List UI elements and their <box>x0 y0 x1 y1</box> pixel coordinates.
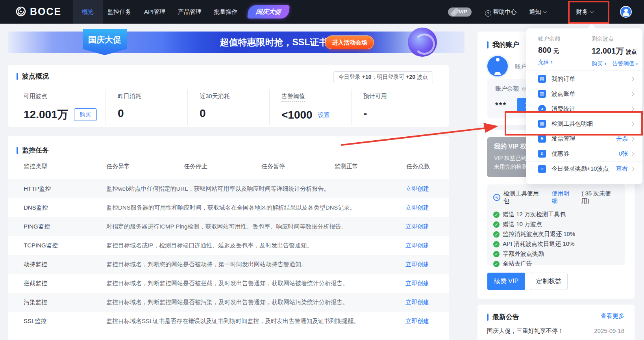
badge-text: 波点 <box>415 74 428 80</box>
nav-promo-badge[interactable]: 国庆大促 <box>247 5 290 19</box>
custom-benefits-button[interactable]: 定制权益 <box>530 273 568 290</box>
tasks-table-body: HTTP监控 监控web站点中任何指定的URL，获取网站可用率以及响应时间等详细… <box>8 179 449 331</box>
balance-label: 账户余额 <box>538 35 560 43</box>
account-title: 我的账户 <box>492 40 519 49</box>
stat-available-points: 可用波点 12.001万购买 <box>24 89 105 125</box>
finance-label: 财务 <box>576 8 588 15</box>
help-label: 帮助中心 <box>493 8 517 15</box>
tasks-table-header: 监控类型 任务异常 任务停止 任务暂停 监测正常 任务总数 <box>8 163 449 172</box>
menu-item[interactable]: 检测工具包明细 <box>526 116 642 131</box>
points-value: 12.001万 <box>592 46 624 55</box>
chevron-right-icon <box>631 107 635 111</box>
create-now-link[interactable]: 立即创建 <box>386 299 449 306</box>
stat-label: 昨日消耗 <box>118 93 187 100</box>
check-icon: ✓ <box>493 212 500 218</box>
create-now-link[interactable]: 立即创建 <box>386 204 449 212</box>
menu-item[interactable]: 消费统计 <box>526 101 642 116</box>
balance-unit: 元 <box>553 48 559 54</box>
check-icon: ✓ <box>493 221 500 228</box>
account-avatar[interactable] <box>487 56 508 76</box>
chevron-down-icon <box>543 9 547 13</box>
create-now-link[interactable]: 立即创建 <box>386 242 449 249</box>
benefit-text: 全站去广告 <box>503 260 532 268</box>
nav-finance[interactable]: 财务 <box>573 0 596 24</box>
promo-banner[interactable]: 超值特惠限时抢，SSL证书 3折起！ 国庆大促 进入活动会场 <box>8 32 464 53</box>
stat-yesterday-usage: 昨日消耗 0 <box>105 89 187 125</box>
buy-points-button[interactable]: 购买 <box>74 108 97 121</box>
task-description: 监控web站点中任何指定的URL，获取网站可用率以及响应时间等详细统计分析报告。 <box>106 185 386 193</box>
create-now-link[interactable]: 立即创建 <box>386 261 449 268</box>
table-row: DNS监控 监控DNS服务器的可用性和响应时间，获取域名在全国各地区的解析结果以… <box>8 198 449 217</box>
nav-tab-api[interactable]: API管理 <box>142 0 168 24</box>
menu-item-label: 检测工具包明细 <box>551 120 628 128</box>
overview-stats: 可用波点 12.001万购买 昨日消耗 0 近30天消耗 0 告警阈值 <100… <box>24 89 433 125</box>
chevron-right-icon <box>631 77 635 81</box>
toolkit-benefits-box: ∿ 检测工具使用包 使用明细 ( 35 次未使用) ✓ 赠送 12 万次检测工具… <box>487 184 625 265</box>
buy-points-link[interactable]: 购买 › <box>592 60 606 67</box>
notice-label: 通知 <box>529 8 541 15</box>
table-row: 劫持监控 监控目标域名，判断您的网站是否被劫持，第一时间发出网站劫持告警通知。 … <box>8 255 449 274</box>
menu-item[interactable]: 发票管理 开票 <box>526 131 642 146</box>
person-icon <box>487 56 508 76</box>
nav-notice[interactable]: 通知 <box>526 0 550 24</box>
benefit-text: 赠送 12 万次检测工具包 <box>503 211 566 218</box>
alert-threshold-link[interactable]: 告警阈值 › <box>613 60 638 67</box>
recharge-link[interactable]: 充值 › <box>538 59 553 66</box>
benefit-list: ✓ 赠送 12 万次检测工具包 ✓ 赠送 10 万波点 ✓ 监控消耗波点次日返还… <box>493 210 619 269</box>
headline-pre: 超值特惠限时抢，SSL证书 <box>220 37 331 47</box>
usage-detail-link[interactable]: 使用明细 <box>552 190 576 205</box>
menu-item-label: 今日登录奖励+10波点 <box>551 165 616 173</box>
benefit-text: API 消耗波点次日返还 10% <box>503 240 575 248</box>
menu-item[interactable]: 我的订单 <box>526 71 642 86</box>
dropdown-menu: 我的订单 波点账单 消费统计 <box>526 70 642 176</box>
renew-vip-button[interactable]: 续费 VIP <box>487 273 525 290</box>
vip-badge[interactable]: VIP <box>448 7 472 17</box>
view-more-link[interactable]: 查看更多 <box>601 312 624 320</box>
menu-item-label: 消费统计 <box>551 105 628 113</box>
chevron-right-icon <box>631 92 635 96</box>
banner-cta-button[interactable]: 进入活动会场 <box>325 35 374 49</box>
create-now-link[interactable]: 立即创建 <box>386 185 449 193</box>
title-accent-bar <box>487 314 489 321</box>
nav-tab-monitor-tasks[interactable]: 监控任务 <box>105 0 133 24</box>
task-type: DNS监控 <box>24 204 106 212</box>
menu-item[interactable]: 波点账单 <box>526 86 642 101</box>
points-overview-card: 波点概况 今日登录 +10，明日登录可 +20 波点 可用波点 12.001万购… <box>8 65 449 127</box>
logo-text: BOCE <box>30 6 61 17</box>
stat-value: 12.001万 <box>24 107 68 122</box>
chevron-down-icon <box>590 9 594 13</box>
badge-plus20: +20 <box>406 74 415 80</box>
nav-tab-overview[interactable]: 概览 <box>73 0 103 24</box>
create-now-link[interactable]: 立即创建 <box>386 223 449 230</box>
user-avatar[interactable] <box>620 6 632 18</box>
menu-item-icon <box>538 150 546 158</box>
chevron-right-icon <box>631 152 635 156</box>
login-reward-badge: 今日登录 +10，明日登录可 +20 波点 <box>333 71 433 83</box>
task-description: 监控DNS服务器的可用性和响应时间，获取域名在全国各地区的解析结果以及各类型DN… <box>106 204 386 212</box>
nav-tab-products[interactable]: 产品管理 <box>177 0 203 24</box>
create-now-link[interactable]: 立即创建 <box>386 318 449 325</box>
nav-help-center[interactable]: ?帮助中心 <box>481 0 520 24</box>
stat-value: 0 <box>118 107 187 120</box>
title-accent-bar <box>487 41 489 48</box>
masked-balance: *** <box>495 101 507 110</box>
tasks-title: 监控任务 <box>22 146 49 155</box>
list-item: ✓ API 消耗波点次日返还 10% <box>493 239 619 249</box>
menu-item[interactable]: 今日登录奖励+10波点 查看 <box>526 161 642 176</box>
boce-logo[interactable]: BOCE <box>15 6 61 17</box>
benefit-text: 赠送 10 万波点 <box>503 221 542 228</box>
account-name: 账户 <box>515 63 527 71</box>
table-row: PING监控 对指定的服务器进行ICMP Ping检测，获取网站可用性、丢包率、… <box>8 217 449 236</box>
stat-label: 预计可用 <box>363 93 433 100</box>
threshold-set-link[interactable]: 设置 <box>318 111 330 119</box>
list-item: ✓ 赠送 12 万次检测工具包 <box>493 210 619 219</box>
stat-value: 0 <box>200 107 269 120</box>
menu-item[interactable]: 优惠券 0张 <box>526 146 642 161</box>
table-row: HTTP监控 监控web站点中任何指定的URL，获取网站可用率以及响应时间等详细… <box>8 179 449 198</box>
chevron-right-icon <box>631 122 635 126</box>
chevron-right-icon <box>631 167 635 171</box>
nav-tab-batch[interactable]: 批量操作 <box>213 0 239 24</box>
list-item[interactable]: 国庆大促，三重好礼享不停！ 2025-09-18 <box>487 327 624 335</box>
create-now-link[interactable]: 立即创建 <box>386 280 449 287</box>
table-row: 拦截监控 监控目标域名，判断监控网站是否被拦截，及时发出告警通知，获取网站被墙统… <box>8 274 449 293</box>
